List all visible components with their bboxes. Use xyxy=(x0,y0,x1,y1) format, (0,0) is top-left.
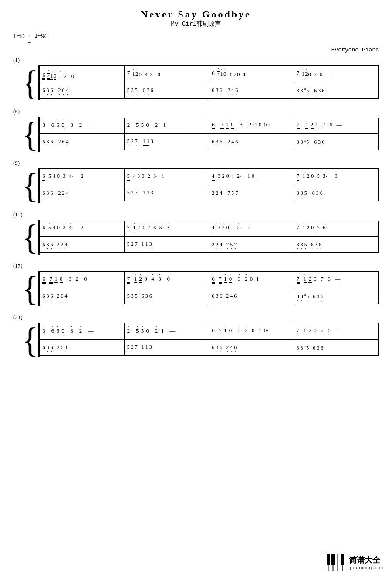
measure-b9-3: 2· 2· 4· 7· 5· 7· xyxy=(209,185,294,201)
measure-17-4: 7 1· 2· 0 7 6 — xyxy=(294,272,379,288)
measure-b5-4: 3· 3· #5· 6· 3· 6· xyxy=(294,134,379,150)
top-line-21: 3· 6· 6· 0 3· 2· — xyxy=(40,323,379,339)
measure-b9-2: 5· 2· 7· 1· 1· 3· xyxy=(125,185,209,201)
measure-b13-1: 6· 3· 6· 2· 2· 4· xyxy=(40,237,124,252)
title-section: Never Say Goodbye My Girl韩剧原声 xyxy=(13,9,379,28)
top-line-5: 3· 6· 6· 0· 3· 2· — xyxy=(40,117,379,133)
section-21: (21) { 3· 6· 6· 0 3· xyxy=(13,314,379,357)
brace-5: { xyxy=(22,117,38,152)
section-num-1: (1) xyxy=(13,57,379,64)
section-num-13: (13) xyxy=(13,211,379,218)
measure-5-3: 6 7· 1· 0· 3· 2· 0 0 0 i xyxy=(209,118,294,133)
measure-13-2: 7 1· 2· 0 7 6 5 3· xyxy=(125,221,209,236)
bottom-line-13: 6· 3· 6· 2· 2· 4· 5· 2· 7· 1· xyxy=(40,236,379,253)
measure-b21-4: 3· 3· #5· 6· 3· 6· xyxy=(294,340,379,355)
measure-17-2: 7 1· 2· 0 4· 3· 0 xyxy=(125,272,209,288)
measure-b1-1: 6· 3· 6· 2· 6· 4· xyxy=(40,82,124,98)
measure-b17-1: 6· 3· 6· 2· 6· 4· xyxy=(40,288,124,304)
measure-b1-4: 3· 3· #5· 6· 3· 6· xyxy=(294,82,379,98)
measure-b1-2: 5· 3· 5· 6· 3· 6· xyxy=(125,82,209,98)
main-title: Never Say Goodbye xyxy=(13,9,379,20)
brace-1: { xyxy=(22,65,38,100)
measure-b21-2: 5· 2· 7· 1· 1· 3· xyxy=(125,340,209,355)
measure-1-2: 7 1· 2· 0 4· 3· 0 xyxy=(125,66,209,82)
watermark: Everyone Piano xyxy=(13,47,379,53)
piano-icon xyxy=(324,554,345,571)
measure-21-1: 3· 6· 6· 0 3· 2· — xyxy=(40,323,124,339)
logo-text-group: 简谱大全 jianpudq.com xyxy=(349,555,383,571)
logo-area: 简谱大全 jianpudq.com xyxy=(324,554,383,571)
measure-5-2: 2· 5· 5· 0 2· i — xyxy=(125,118,209,133)
section-num-21: (21) xyxy=(13,314,379,321)
measure-b1-3: 6· 3· 6· 2· 4· 6· xyxy=(209,82,294,98)
measure-b13-2: 5· 2· 7· 1· 1· 3· xyxy=(125,237,209,252)
measure-9-1: 6 5· 4· 0· 3· 4·· 2· xyxy=(40,169,124,185)
measure-b9-4: 3· 3· 5· 6· 3· 6· xyxy=(294,185,379,201)
measure-b13-3: 2· 2· 4· 7· 5· 7· xyxy=(209,237,294,252)
bottom-line-1: 6· 3· 6· 2· 6· 4· 5· 3· 5· xyxy=(40,82,379,99)
section-9: (9) { 6 5· 4· 0· 3· 4·· 2· xyxy=(13,160,379,203)
measure-b21-1: 6· 3· 6· 2· 6· 4· xyxy=(40,340,124,355)
top-line-13: 6 5· 4· 0 3· 4·· 2· 7 xyxy=(40,220,379,236)
section-13: (13) { 6 5· 4· 0 3· 4·· 2· xyxy=(13,211,379,255)
measure-17-3: 6 7· 1· 0· 3· 2· 0 i xyxy=(209,272,294,288)
svg-rect-6 xyxy=(331,554,335,565)
time-sig-bottom: 4 xyxy=(28,39,31,44)
measure-b13-4: 3· 3· 5· 6· 3· 6· xyxy=(294,237,379,252)
measure-21-2: 2· 5· 5· 0 2· i — xyxy=(125,323,209,339)
logo-cn: 简谱大全 xyxy=(349,555,380,565)
measure-1-4: 7 1· 2· 0 7 6 — xyxy=(294,66,379,82)
measure-b5-2: 5· 2· 7· 1· 1· 3· xyxy=(125,134,209,150)
svg-rect-5 xyxy=(327,554,330,565)
logo-pinyin: jianpudq.com xyxy=(349,565,383,571)
measure-9-4: 7 1· 2· 0 5· 3·· 3· xyxy=(294,169,379,185)
brace-17: { xyxy=(22,271,38,306)
measure-9-2: 5 4· 3· 0 2· 3·· i xyxy=(125,169,209,185)
measure-b17-2: 5· 3· 5· 6· 3· 6· xyxy=(125,288,209,304)
section-num-9: (9) xyxy=(13,160,379,167)
section-5: (5) { 3· 6· 6· 0· 3· xyxy=(13,108,379,152)
measure-b21-3: 6· 3· 6· 2· 4· 6· xyxy=(209,340,294,355)
key-info: 1=D 4 4 ♩=96 xyxy=(13,32,47,44)
bottom-line-17: 6· 3· 6· 2· 6· 4· 5· 3· 5· 6· 3· xyxy=(40,288,379,304)
top-line-1: · 6 7· 1· 0· 3· 2· 0 xyxy=(40,65,379,82)
measure-b17-3: 6· 3· 6· 2· 4· 6· xyxy=(209,288,294,304)
section-num-17: (17) xyxy=(13,262,379,269)
key-label: 1=D xyxy=(13,33,25,40)
measure-1-3: 6 7· 1· 0· 3· 2· 0 1· xyxy=(209,66,294,82)
measure-21-4: 7 1· 2· 0 7 6 — xyxy=(294,323,379,339)
measure-9-3: 4 3· 2· 0 i 2·· 1· 0 xyxy=(209,169,294,185)
brace-21: { xyxy=(22,323,38,357)
measure-b9-1: 6· 3· 6· 2· 2· 4· xyxy=(40,185,124,201)
measure-13-4: 7 1· 2· 0 7 6· xyxy=(294,221,379,236)
measure-1-1: · 6 7· 1· 0· 3· 2· 0 xyxy=(40,66,124,82)
brace-13: { xyxy=(22,220,38,255)
brace-9: { xyxy=(22,168,38,203)
measure-5-4: 7 1· 2· 0 7 6 — xyxy=(294,118,379,133)
measure-b5-1: 6· 3· 6· 2· 6· 4· xyxy=(40,134,124,150)
section-17: (17) { 6 7· 1· 0· 3· 2· 0 xyxy=(13,262,379,306)
time-signature: 4 4 xyxy=(28,34,31,44)
measure-b5-3: 6· 3· 6· 2· 4· 6· xyxy=(209,134,294,150)
top-line-9: 6 5· 4· 0· 3· 4·· 2· 5 xyxy=(40,168,379,185)
top-line-17: 6 7· 1· 0· 3· 2· 0 7 1· 2· xyxy=(40,271,379,288)
measure-21-3: 6 7· 1· 0· 3· 2· 0 1· 0· xyxy=(209,323,294,339)
measure-5-1: 3· 6· 6· 0· 3· 2· — xyxy=(40,118,124,133)
section-1: (1) { · 6 7· 1· 0· xyxy=(13,57,379,100)
tempo: ♩=96 xyxy=(34,32,47,40)
measure-13-3: 4 3· 2· 0 i 2·· i xyxy=(209,221,294,236)
bottom-line-21: 6· 3· 6· 2· 6· 4· 5· 2· 7· 1· xyxy=(40,339,379,356)
measure-b17-4: 3· 3· #5· 6· 3· 6· xyxy=(294,288,379,304)
bottom-line-9: 6· 3· 6· 2· 2· 4· 5· 2· 7· xyxy=(40,185,379,201)
section-num-5: (5) xyxy=(13,108,379,115)
measure-17-1: 6 7· 1· 0· 3· 2· 0 xyxy=(40,272,124,288)
svg-rect-7 xyxy=(341,554,344,565)
sub-title: My Girl韩剧原声 xyxy=(13,20,379,28)
meta-row: 1=D 4 4 ♩=96 xyxy=(13,32,379,44)
bottom-line-5: 6· 3· 6· 2· 6· 4· 5· 2· 7· xyxy=(40,133,379,150)
measure-13-1: 6 5· 4· 0 3· 4·· 2· xyxy=(40,221,124,236)
